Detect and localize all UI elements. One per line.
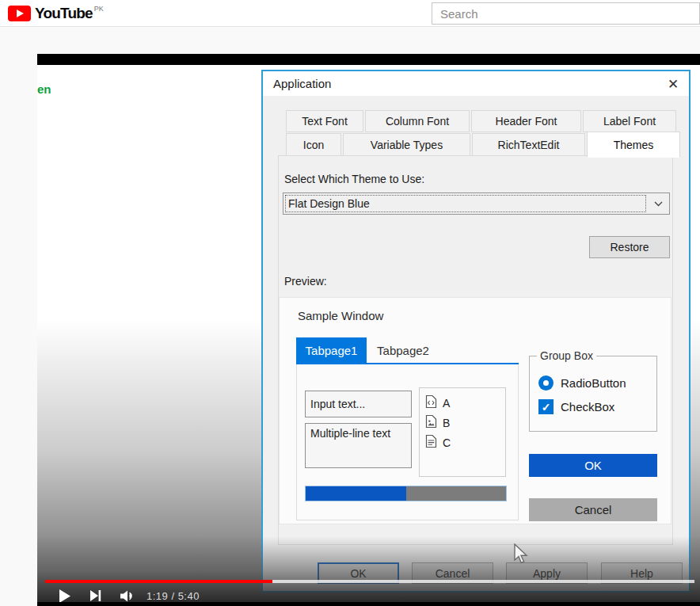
youtube-logo[interactable]: YouTube PK (8, 5, 104, 22)
restore-button[interactable]: Restore (589, 236, 670, 258)
sample-cancel-button[interactable]: Cancel (529, 498, 657, 521)
play-icon[interactable] (56, 588, 72, 604)
combo-focus-rect (285, 195, 646, 212)
themes-tab-page: Select Which Theme to Use: Flat Design B… (278, 155, 673, 545)
sample-progress-fill (306, 486, 406, 501)
video-player[interactable]: en Application ✕ Text Font Column Font H… (37, 54, 700, 606)
volume-icon[interactable] (120, 588, 135, 604)
list-item[interactable]: B (420, 413, 505, 433)
doc-text-icon (425, 434, 437, 451)
doc-code-icon (425, 394, 437, 411)
youtube-header: YouTube PK (0, 0, 700, 27)
list-item[interactable]: A (420, 393, 505, 413)
sample-tab-tabpage2[interactable]: Tabpage2 (367, 337, 439, 363)
theme-select-dropdown[interactable]: Flat Design Blue (283, 192, 670, 215)
group-box-label: Group Box (537, 349, 596, 362)
tab-text-font[interactable]: Text Font (286, 110, 363, 132)
list-item[interactable]: C (420, 433, 505, 452)
doc-image-icon (425, 414, 437, 431)
video-letterbox-top (37, 54, 700, 65)
tab-themes[interactable]: Themes (587, 131, 680, 158)
sample-tabstrip: Tabpage1 Tabpage2 (296, 337, 439, 363)
video-progress-played (45, 580, 272, 583)
list-item-label: B (443, 417, 450, 429)
checkbox-icon[interactable]: ✓ (538, 399, 554, 414)
checkbox-label: CheckBox (561, 400, 614, 414)
application-dialog: Application ✕ Text Font Column Font Head… (261, 70, 690, 593)
sample-ok-button[interactable]: OK (529, 454, 657, 477)
list-item-label: C (443, 436, 451, 449)
radio-button-label: RadioButton (561, 376, 626, 390)
dialog-titlebar: Application ✕ (263, 71, 689, 96)
radio-button-icon[interactable] (538, 375, 554, 391)
time-display: 1:19 / 5:40 (146, 590, 200, 602)
sample-window-title: Sample Window (298, 309, 383, 322)
sample-multiline-input[interactable]: Multiple-line text (305, 423, 412, 468)
preview-label: Preview: (284, 275, 327, 288)
sample-group-box: Group Box RadioButton ✓ CheckBox (529, 356, 657, 432)
sample-listbox: A B C (419, 387, 506, 477)
theme-select-label: Select Which Theme to Use: (284, 173, 424, 185)
sample-tab-content: Input text... Multiple-line text A (296, 364, 519, 520)
tab-label-font[interactable]: Label Font (583, 110, 676, 132)
video-progress-bar[interactable] (45, 580, 694, 583)
theme-preview-panel: Sample Window Tabpage1 Tabpage2 Input te… (279, 297, 671, 524)
sample-tab-tabpage1[interactable]: Tabpage1 (296, 337, 367, 363)
chevron-down-icon[interactable] (647, 193, 669, 214)
tab-header-font[interactable]: Header Font (471, 110, 581, 132)
close-icon[interactable]: ✕ (664, 74, 683, 93)
youtube-wordmark: YouTube (35, 5, 93, 22)
next-icon[interactable] (88, 588, 104, 604)
tab-icon-page[interactable]: Icon (286, 133, 341, 156)
video-letterbox-bottom (37, 602, 700, 606)
cursor-icon (513, 543, 528, 568)
video-overlay-text: en (37, 82, 51, 96)
search-input[interactable] (432, 2, 700, 25)
youtube-country-code: PK (94, 5, 104, 13)
tab-richtextedit[interactable]: RichTextEdit (472, 133, 585, 156)
tab-variable-types[interactable]: Variable Types (343, 133, 470, 156)
dialog-tabrow-1: Text Font Column Font Header Font Label … (286, 110, 678, 132)
youtube-play-icon (8, 6, 31, 21)
sample-text-input[interactable]: Input text... (305, 391, 412, 417)
sample-progressbar (305, 486, 507, 501)
dialog-title: Application (273, 77, 331, 90)
dialog-tabrow-2: Icon Variable Types RichTextEdit Themes (286, 133, 682, 156)
tab-column-font[interactable]: Column Font (365, 110, 470, 132)
list-item-label: A (443, 397, 450, 410)
